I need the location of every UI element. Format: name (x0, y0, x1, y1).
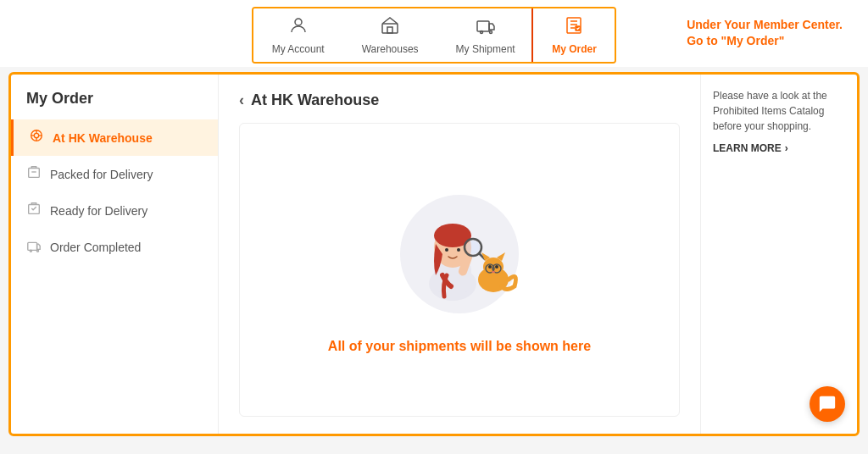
svg-rect-14 (29, 169, 40, 178)
empty-message: All of your shipments will be shown here (328, 339, 591, 354)
sidebar-item-at-hk-warehouse[interactable]: At HK Warehouse (11, 119, 218, 156)
svg-rect-1 (382, 24, 398, 33)
completed-icon (26, 237, 42, 257)
nav-group: My Account Warehouses (252, 7, 617, 64)
empty-illustration (392, 186, 527, 322)
shipment-icon (476, 15, 496, 41)
main-panel: ‹ At HK Warehouse (219, 75, 700, 434)
right-panel: Please have a look at the Prohibited Ite… (700, 75, 857, 434)
svg-point-35 (488, 265, 492, 269)
svg-point-29 (466, 241, 480, 254)
learn-more-label: LEARN MORE (713, 142, 782, 154)
panel-header: ‹ At HK Warehouse (239, 91, 680, 109)
sidebar-item-packed-for-delivery[interactable]: Packed for Delivery (11, 156, 218, 192)
svg-point-9 (34, 133, 38, 137)
svg-point-5 (489, 31, 492, 34)
order-icon (564, 15, 584, 41)
nav-item-my-shipment[interactable]: My Shipment (437, 8, 534, 62)
svg-point-26 (457, 248, 460, 252)
nav-item-my-account[interactable]: My Account (253, 8, 343, 62)
svg-rect-17 (28, 242, 37, 250)
sidebar-item-ready-for-delivery[interactable]: Ready for Delivery (11, 192, 218, 229)
hk-warehouse-icon (29, 128, 44, 147)
packed-icon (26, 164, 42, 184)
chat-button[interactable] (810, 386, 845, 422)
warehouse-icon (380, 15, 400, 41)
sidebar-label-ready-for-delivery: Ready for Delivery (50, 204, 147, 218)
svg-point-18 (30, 250, 31, 252)
ready-icon (26, 201, 42, 220)
nav-item-warehouses[interactable]: Warehouses (343, 8, 437, 62)
sidebar-item-order-completed[interactable]: Order Completed (11, 229, 218, 265)
svg-point-4 (480, 31, 482, 34)
account-icon (288, 15, 309, 41)
right-panel-info: Please have a look at the Prohibited Ite… (713, 88, 845, 134)
svg-point-40 (492, 270, 495, 272)
svg-rect-2 (387, 27, 392, 33)
back-arrow[interactable]: ‹ (239, 91, 244, 109)
sidebar-label-order-completed: Order Completed (50, 241, 141, 254)
nav-hint: Under Your Member Center. Go to "My Orde… (687, 17, 843, 50)
top-navigation: My Account Warehouses (0, 0, 868, 67)
sidebar-title: My Order (11, 90, 218, 119)
nav-label-my-order: My Order (552, 43, 597, 55)
panel-title: At HK Warehouse (251, 91, 379, 109)
nav-label-my-shipment: My Shipment (456, 43, 515, 55)
sidebar: My Order At HK Warehouse (11, 75, 219, 434)
nav-label-my-account: My Account (272, 43, 325, 55)
svg-point-19 (36, 250, 38, 252)
learn-more-arrow: › (785, 142, 788, 154)
svg-point-25 (445, 248, 448, 252)
svg-rect-3 (477, 21, 489, 31)
nav-label-warehouses: Warehouses (362, 43, 419, 55)
svg-point-36 (495, 265, 498, 269)
nav-item-my-order[interactable]: My Order (531, 7, 616, 64)
sidebar-label-packed-for-delivery: Packed for Delivery (50, 168, 153, 181)
learn-more-link[interactable]: LEARN MORE › (713, 142, 845, 154)
svg-point-0 (295, 19, 302, 25)
empty-state: All of your shipments will be shown here (239, 123, 680, 417)
sidebar-label-at-hk-warehouse: At HK Warehouse (53, 131, 153, 145)
main-content-area: My Order At HK Warehouse (8, 72, 860, 436)
